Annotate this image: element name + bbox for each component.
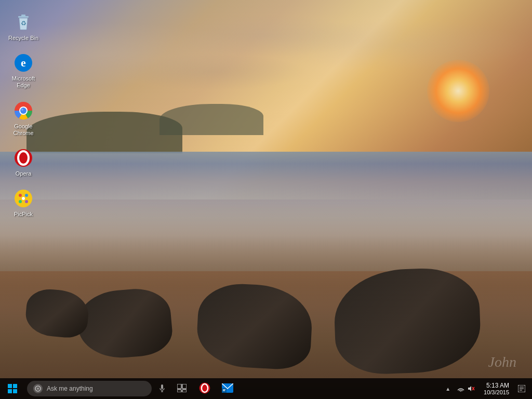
network-icon [457,385,464,392]
google-chrome-icon[interactable]: Google Chrome [3,96,44,141]
recycle-bin-icon[interactable]: ♻ Recycle Bin [3,8,44,46]
cortana-circle [33,384,43,393]
notification-icon [518,385,525,392]
hill-left [26,112,182,153]
svg-point-33 [203,385,206,391]
taskbar-mail-icon [222,383,233,393]
svg-point-14 [25,194,28,197]
opera-label: Opera [16,170,32,177]
opera-svg [14,149,33,167]
svg-marker-39 [468,386,471,391]
svg-rect-27 [177,384,181,389]
opera-image [13,148,34,168]
speaker-muted-icon [468,385,475,392]
recycle-bin-label: Recycle Bin [8,35,38,42]
cortana-icon [35,385,41,392]
clock-time: 5:13 AM [486,382,509,389]
microphone-icon [159,384,165,393]
start-icon [8,384,17,393]
clock-display[interactable]: 5:13 AM 10/3/2015 [480,382,513,395]
recycle-bin-image: ♻ [13,12,34,33]
svg-rect-28 [182,384,187,389]
recycle-bin-svg: ♻ [14,13,33,32]
svg-point-8 [21,109,23,111]
svg-point-23 [37,388,39,390]
task-view-icon [177,384,187,392]
chrome-image [13,100,34,121]
picpick-image [13,188,34,209]
network-tray-icon[interactable] [457,384,465,393]
search-placeholder: Ask me anything [47,385,93,392]
svg-point-13 [19,194,22,197]
edge-image: e [13,52,34,73]
svg-rect-19 [13,384,17,388]
svg-rect-29 [177,390,181,392]
tray-icons-container [453,384,480,393]
tray-expand-button[interactable]: ▲ [443,386,453,392]
taskbar: Ask me anything [0,378,532,399]
chrome-label: Google Chrome [5,123,42,137]
svg-rect-20 [8,389,12,393]
svg-rect-21 [13,389,17,393]
microphone-button[interactable] [154,380,170,397]
chrome-svg [14,101,33,120]
hill-right [159,104,263,135]
desktop-icons-container: ♻ Recycle Bin e Microsoft Edge [0,5,47,224]
svg-text:♻: ♻ [21,20,26,27]
opera-icon[interactable]: Opera [3,143,44,181]
desktop: John ♻ Recycle Bin [0,0,532,399]
start-button[interactable] [0,378,25,399]
svg-text:e: e [21,56,26,69]
svg-point-38 [460,391,461,392]
svg-point-7 [20,108,26,114]
sound-tray-icon[interactable] [467,384,475,393]
system-tray: ▲ [443,378,532,399]
taskbar-opera-button[interactable] [193,378,216,399]
microsoft-edge-icon[interactable]: e Microsoft Edge [3,48,44,93]
svg-point-17 [22,197,25,200]
edge-svg: e [14,54,33,72]
search-bar[interactable]: Ask me anything [27,381,152,396]
svg-point-15 [19,200,22,203]
svg-rect-30 [182,390,187,392]
svg-rect-24 [161,384,163,389]
task-view-button[interactable] [170,378,193,399]
action-center-button[interactable] [513,378,530,399]
clock-date: 10/3/2015 [484,389,509,395]
picpick-icon[interactable]: PicPick [3,184,44,222]
edge-label: Microsoft Edge [5,75,42,89]
svg-rect-18 [8,384,12,388]
taskbar-opera-icon [199,382,210,394]
picpick-svg [14,189,33,208]
svg-point-16 [25,200,28,203]
svg-rect-1 [21,15,25,17]
picpick-label: PicPick [14,211,33,218]
svg-point-11 [21,153,26,163]
taskbar-mail-button[interactable] [216,378,239,399]
